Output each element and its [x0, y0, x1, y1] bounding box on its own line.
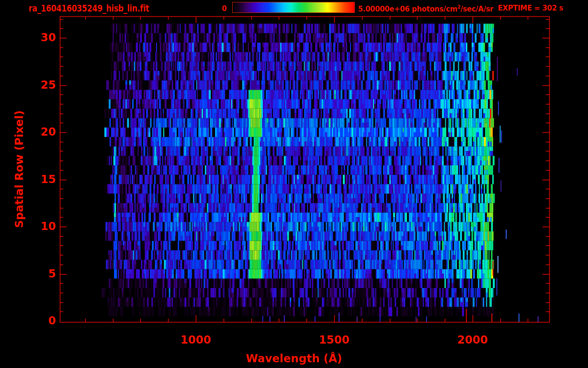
y-tick-label: 0 — [0, 315, 56, 326]
x-tick-label: 1000 — [181, 334, 211, 345]
spectrogram-canvas — [0, 0, 588, 368]
x-axis-label: Wavelength (Å) — [246, 353, 342, 364]
y-tick-label: 5 — [0, 268, 56, 279]
x-tick-label: 2000 — [457, 334, 488, 345]
file-title: ra_160416035249_hisb_lin.fit — [29, 3, 149, 13]
exptime-label: EXPTIME = 302 s — [498, 5, 563, 12]
y-tick-label: 10 — [0, 221, 56, 232]
colorbar — [232, 2, 355, 13]
y-axis-label: Spatial Row (Pixel) — [14, 97, 26, 241]
y-tick-label: 30 — [0, 32, 56, 43]
colorbar-max-label: 5.00000e+06 photons/cm2/sec/A/sr — [358, 5, 494, 13]
colorbar-min-label: 0 — [215, 5, 227, 12]
y-tick-label: 20 — [0, 126, 56, 138]
colorbar-max-text: 5.00000e+06 photons/cm — [358, 5, 457, 13]
y-tick-label: 25 — [0, 80, 56, 91]
y-tick-label: 15 — [0, 174, 56, 185]
x-tick-label: 1500 — [319, 334, 350, 345]
spectrogram-window: ra_160416035249_hisb_lin.fit 0 5.00000e+… — [0, 0, 588, 368]
colorbar-max-suffix: /sec/A/sr — [461, 5, 494, 13]
